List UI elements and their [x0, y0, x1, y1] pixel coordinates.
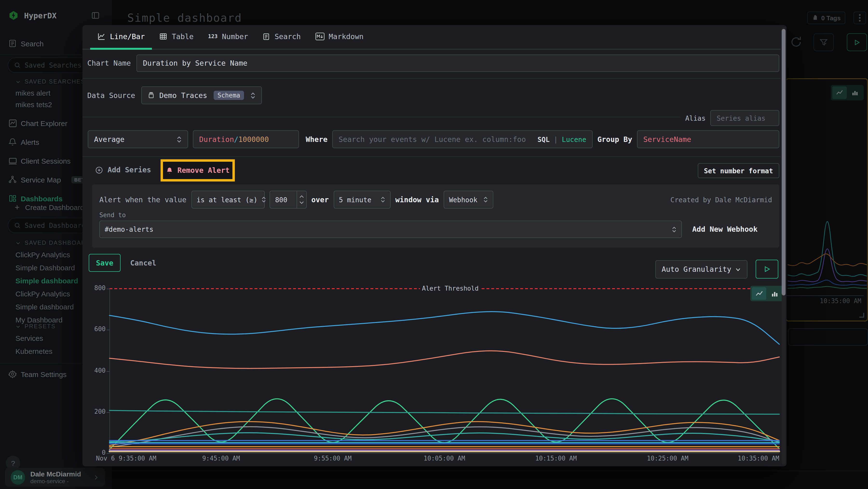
tab-search[interactable]: Search: [255, 25, 308, 50]
schema-badge: Schema: [214, 91, 244, 100]
alert-condition-select[interactable]: is at least (≥): [191, 191, 265, 208]
language-toggle[interactable]: SQL | Lucene: [537, 136, 586, 143]
group-by-label: Group By: [597, 135, 632, 144]
chart-name-input[interactable]: Duration by Service Name: [137, 55, 779, 72]
y-tick-mark: [106, 371, 110, 371]
database-icon: [148, 92, 155, 99]
via-label: window via: [396, 195, 439, 204]
plus-circle-icon: [95, 166, 103, 174]
alert-config-panel: Alert when the value is at least (≥) 800…: [92, 184, 779, 248]
chevron-updown-icon: [483, 197, 488, 203]
tab-label: Markdown: [329, 32, 364, 41]
y-tick-mark: [106, 330, 110, 330]
tab-line-bar[interactable]: Line/Bar: [90, 25, 152, 50]
alert-threshold-input[interactable]: 800: [269, 191, 306, 208]
field-expression-input[interactable]: Duration/1000000: [193, 130, 299, 148]
bell-icon: [166, 167, 173, 174]
y-tick-mark: [106, 412, 110, 413]
granularity-select[interactable]: Auto Granularity: [655, 260, 747, 279]
send-to-row: #demo-alerts Add New Webhook: [99, 221, 772, 238]
y-tick-label: 400: [83, 367, 105, 374]
y-tick-mark: [106, 453, 110, 454]
x-tick-label: 10:35:00 AM: [738, 455, 779, 462]
series-row: Average Duration/1000000 Where Search yo…: [88, 130, 779, 148]
save-button[interactable]: Save: [89, 254, 121, 272]
y-tick-label: 200: [83, 408, 105, 415]
chevron-up-icon: [299, 195, 304, 198]
where-label: Where: [306, 135, 328, 144]
x-tick-label: 10:25:00 AM: [647, 455, 688, 462]
actions-row: Add Series Remove Alert Set number forma…: [88, 159, 779, 181]
modal-scrollbar-thumb[interactable]: [782, 29, 785, 295]
tab-label: Table: [172, 32, 194, 41]
chart-series-series-04: [110, 410, 779, 414]
chevron-down-icon: [299, 201, 304, 204]
markdown-icon: [315, 32, 324, 40]
y-tick-label: 600: [83, 325, 105, 333]
divider: [83, 78, 781, 79]
number-stepper[interactable]: [296, 191, 306, 208]
alias-label: Alias: [685, 114, 706, 122]
alert-window-select[interactable]: 5 minute: [334, 191, 391, 208]
app-root: HyperDX Search Saved Searches SAVED SEAR…: [0, 0, 868, 489]
created-by-label: Created by Dale McDiarmid: [671, 196, 772, 203]
tab-table[interactable]: Table: [152, 25, 201, 50]
bar-chart-toggle-icon[interactable]: [767, 287, 782, 300]
over-label: over: [311, 195, 329, 204]
group-by-input[interactable]: ServiceName: [637, 130, 779, 148]
y-tick-label: 800: [83, 284, 105, 292]
alert-prefix: Alert when the value: [99, 195, 186, 204]
play-icon: [763, 265, 771, 273]
chevron-updown-icon: [672, 226, 676, 232]
y-tick-mark: [106, 289, 110, 289]
set-number-format-button[interactable]: Set number format: [698, 163, 779, 178]
x-tick-label: 10:15:00 AM: [535, 455, 577, 462]
x-tick-label: Nov 6 9:35:00 AM: [96, 455, 156, 462]
chart-type-toggle: [750, 286, 783, 301]
editor-tabs: Line/BarTable123NumberSearchMarkdown: [83, 25, 781, 50]
tab-markdown[interactable]: Markdown: [308, 25, 371, 50]
line-chart-toggle-icon[interactable]: [752, 287, 766, 300]
tab-label: Number: [222, 32, 248, 41]
x-tick-label: 9:55:00 AM: [314, 455, 352, 462]
chevron-down-icon: [735, 266, 741, 272]
alert-channel-select[interactable]: Webhook: [444, 191, 493, 208]
remove-alert-highlight: Remove Alert: [161, 159, 235, 181]
chart-series-series-02: [110, 351, 779, 368]
send-to-label: Send to: [99, 211, 772, 219]
chevron-updown-icon: [177, 136, 182, 143]
x-axis: [110, 453, 779, 454]
chart-name-row: Chart Name Duration by Service Name: [87, 55, 779, 72]
line-chart: [110, 289, 779, 453]
document-icon: [262, 33, 270, 40]
chart-name-label: Chart Name: [87, 59, 131, 67]
table-icon: [159, 32, 167, 40]
tab-label: Search: [275, 32, 301, 41]
chevron-updown-icon: [250, 92, 256, 99]
divider: [83, 117, 680, 117]
line-chart-icon: [97, 32, 105, 40]
number-123-icon: 123: [208, 33, 218, 39]
x-tick-label: 10:05:00 AM: [424, 455, 465, 462]
chevron-updown-icon: [380, 197, 385, 203]
data-source-label: Data Source: [87, 91, 135, 100]
chart-editor-modal: Line/BarTable123NumberSearchMarkdown Cha…: [83, 25, 786, 466]
add-new-webhook-button[interactable]: Add New Webhook: [692, 225, 757, 234]
tab-number[interactable]: 123Number: [201, 25, 255, 50]
cancel-button[interactable]: Cancel: [130, 254, 156, 272]
data-source-select[interactable]: Demo Traces Schema: [142, 86, 262, 104]
chevron-updown-icon: [261, 197, 266, 203]
send-to-select[interactable]: #demo-alerts: [99, 221, 682, 238]
alias-input[interactable]: Series alias: [710, 110, 779, 126]
data-source-row: Data Source Demo Traces Schema: [87, 86, 262, 104]
remove-alert-button[interactable]: Remove Alert: [178, 166, 230, 175]
where-search-input[interactable]: Search your events w/ Lucene ex. column:…: [332, 130, 592, 148]
divider: [83, 156, 781, 157]
aggregation-select[interactable]: Average: [88, 130, 188, 148]
alert-condition-row: Alert when the value is at least (≥) 800…: [99, 191, 772, 208]
alias-row: Alias Series alias: [685, 110, 779, 126]
add-series-button[interactable]: Add Series: [95, 166, 151, 174]
x-tick-label: 9:45:00 AM: [202, 455, 240, 462]
run-chart-button[interactable]: [756, 260, 778, 279]
tab-label: Line/Bar: [110, 32, 145, 41]
